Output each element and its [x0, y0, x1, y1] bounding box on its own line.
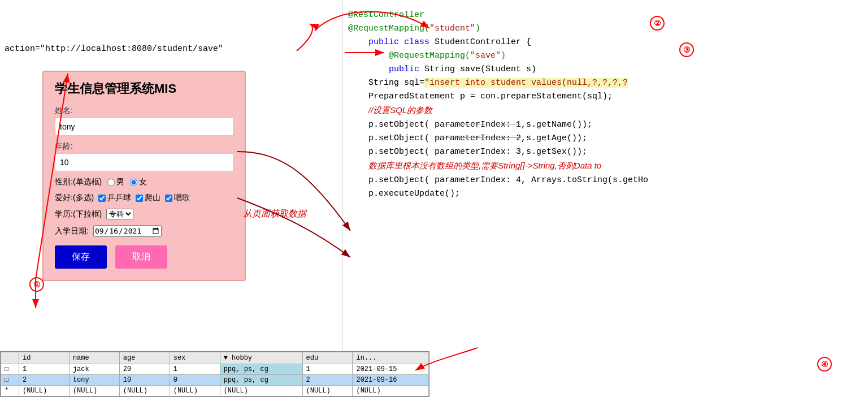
annotation-restcontroller: @RestController	[348, 10, 424, 20]
code-line-7: PreparedStatement p = con.prepareStateme…	[348, 90, 862, 103]
annotation-1: ①	[29, 277, 44, 292]
hobby-pingpong-label[interactable]: 乒乒球	[98, 193, 131, 203]
code-line-4: @RequestMapping("save")	[348, 49, 862, 63]
name-label: 姓名:	[55, 106, 233, 116]
col-age: age	[119, 352, 170, 364]
row-edu: 1	[302, 364, 353, 375]
circle-1: ①	[29, 277, 44, 292]
row-intime: 2021-09-16	[353, 375, 429, 386]
gender-label: 性别:(单选框)	[55, 177, 102, 187]
hobby-sing-checkbox[interactable]	[165, 195, 172, 202]
row-intime: 2021-09-15	[353, 364, 429, 375]
age-input[interactable]	[55, 153, 233, 171]
annotation-3: ③	[679, 42, 694, 57]
col-checkbox	[1, 352, 19, 364]
code-line-12: 数据库里根本没有数组的类型,需要String[]->String,否则Data …	[348, 159, 862, 174]
age-row: 年龄:	[55, 141, 233, 171]
col-edu: edu	[302, 352, 353, 364]
row-id-null: (NULL)	[19, 386, 69, 396]
edu-label: 学历:(下拉框)	[55, 209, 102, 219]
row-hobby: ppq, ps, cg	[220, 375, 302, 386]
row-edu: 2	[302, 375, 353, 386]
cancel-button[interactable]: 取消	[115, 245, 167, 269]
row-age: 20	[119, 364, 170, 375]
code-line-13: p.setObject( parameterIndex: 4, Arrays.t…	[348, 174, 862, 187]
button-row: 保存 取消	[55, 245, 233, 269]
hobby-row: 爱好:(多选) 乒乒球 爬山 唱歌	[55, 193, 233, 203]
from-page-text: 从页面获取数据	[243, 208, 306, 220]
col-intime: in...	[353, 352, 429, 364]
action-url-text: action="http://localhost:8080/student/sa…	[5, 44, 223, 54]
gender-male-radio[interactable]	[107, 179, 115, 186]
col-sex: sex	[170, 352, 220, 364]
action-url: action="http://localhost:8080/student/sa…	[5, 44, 223, 54]
row-edu-null: (NULL)	[302, 386, 353, 396]
left-panel: action="http://localhost:8080/student/sa…	[0, 0, 254, 397]
row-id: 1	[19, 364, 69, 375]
row-checkbox-null: *	[1, 386, 19, 396]
age-label: 年龄:	[55, 141, 233, 152]
row-age: 10	[119, 375, 170, 386]
hobby-climb-label[interactable]: 爬山	[136, 193, 160, 203]
hobby-sing-label[interactable]: 唱歌	[165, 193, 190, 203]
edu-select[interactable]: 专科 本科 硕士	[106, 209, 133, 219]
code-line-14: p.executeUpdate();	[348, 187, 862, 201]
code-line-3: public class StudentController {	[348, 36, 862, 49]
name-row: 姓名:	[55, 106, 233, 136]
row-hobby-null: (NULL)	[220, 386, 302, 396]
row-name: tony	[69, 375, 119, 386]
row-hobby: ppq, ps, cg	[220, 364, 302, 375]
form-container: 学生信息管理系统MIS 姓名: 年龄: 性别:(单选框) 男 女	[42, 71, 246, 281]
name-input[interactable]	[55, 118, 233, 136]
row-checkbox[interactable]: □	[1, 364, 19, 375]
table-header-row: id name age sex ▼ hobby edu in...	[1, 352, 429, 364]
gender-female-label[interactable]: 女	[130, 177, 147, 187]
date-input[interactable]	[93, 225, 162, 237]
annotation-requestmapping-student: @RequestMapping("student")	[348, 24, 480, 33]
table-row: □ 2 tony 10 0 ppq, ps, cg 2 2021-09-16	[1, 375, 429, 386]
row-id: 2	[19, 375, 69, 386]
annotation-4: ④	[817, 357, 832, 372]
hobby-climb-checkbox[interactable]	[136, 195, 143, 202]
row-age-null: (NULL)	[119, 386, 170, 396]
right-panel: ② ③ ④ @RestController @RequestMapping("s…	[342, 0, 868, 397]
code-line-9: p.setObject( parameterIndex: 1,s.getName…	[348, 118, 862, 132]
table-row: □ 1 jack 20 1 ppq, ps, cg 1 2021-09-15	[1, 364, 429, 375]
col-hobby[interactable]: ▼ hobby	[220, 352, 302, 364]
code-line-1: @RestController	[348, 8, 862, 22]
row-sex: 1	[170, 364, 220, 375]
annotation-2: ②	[650, 16, 665, 31]
row-intime-null: (NULL)	[353, 386, 429, 396]
gender-female-radio[interactable]	[130, 179, 137, 186]
table-row-null: * (NULL) (NULL) (NULL) (NULL) (NULL) (NU…	[1, 386, 429, 396]
row-name: jack	[69, 364, 119, 375]
data-table: id name age sex ▼ hobby edu in... □ 1 ja…	[1, 352, 429, 396]
hobby-pingpong-checkbox[interactable]	[98, 195, 106, 202]
row-name-null: (NULL)	[69, 386, 119, 396]
date-row: 入学日期:	[55, 225, 233, 237]
save-button[interactable]: 保存	[55, 245, 107, 269]
gender-male-label[interactable]: 男	[107, 177, 124, 187]
row-sex-null: (NULL)	[170, 386, 220, 396]
col-name: name	[69, 352, 119, 364]
code-line-10: p.setObject( parameterIndex: 2,s.getAge(…	[348, 132, 862, 145]
code-line-11: p.setObject( parameterIndex: 3,s.getSex(…	[348, 145, 862, 159]
code-line-6: String sql="insert into student values(n…	[348, 76, 862, 90]
col-id: id	[19, 352, 69, 364]
form-title: 学生信息管理系统MIS	[55, 80, 233, 97]
code-block: @RestController @RequestMapping("student…	[348, 8, 862, 201]
row-sex: 0	[170, 375, 220, 386]
date-label: 入学日期:	[55, 226, 89, 236]
hobby-label: 爱好:(多选)	[55, 193, 94, 203]
gender-row: 性别:(单选框) 男 女	[55, 177, 233, 187]
code-line-2: @RequestMapping("student")	[348, 22, 862, 36]
db-table: id name age sex ▼ hobby edu in... □ 1 ja…	[0, 351, 429, 397]
edu-row: 学历:(下拉框) 专科 本科 硕士	[55, 209, 233, 219]
row-checkbox[interactable]: □	[1, 375, 19, 386]
code-line-8: //设置SQL的参数	[348, 103, 862, 118]
code-line-5: public String save(Student s)	[348, 63, 862, 76]
